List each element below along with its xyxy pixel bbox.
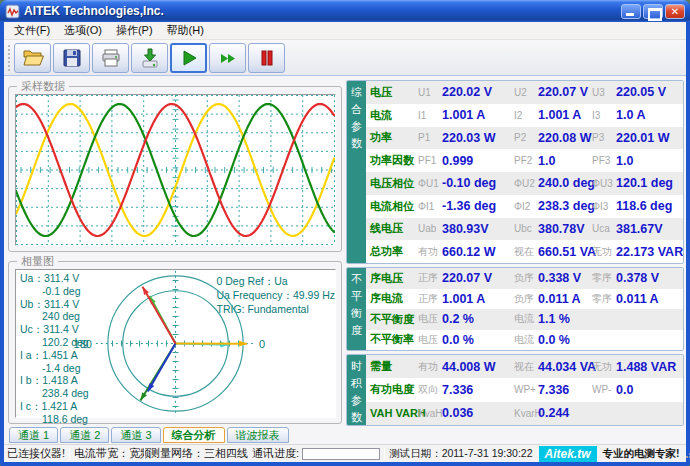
- measure-value: 44.034 VA: [538, 360, 592, 374]
- measure-row: 功率P1220.03 WP2220.08 WP3220.01 W: [366, 127, 683, 150]
- app-body: 文件(F)选项(O)操作(P)帮助(H) 采样数据 相量图 Ua：311.4 V…: [4, 22, 686, 462]
- measure-value: 0.338 V: [538, 271, 592, 285]
- measure-sub-label: 电压: [418, 312, 442, 326]
- play-button[interactable]: [170, 43, 207, 73]
- measure-sub-label: Uca: [592, 223, 616, 234]
- measure-value: 1.0 A: [616, 108, 683, 122]
- measure-sub-label: 正序: [418, 292, 442, 306]
- measure-label: VAH VARH: [370, 407, 418, 419]
- menu-bar: 文件(F)选项(O)操作(P)帮助(H): [4, 22, 686, 40]
- phasor-axis-label-180: 180: [74, 338, 92, 350]
- measure-label: 序电压: [370, 271, 418, 286]
- tab-3[interactable]: 通道 3: [111, 427, 160, 443]
- tab-5[interactable]: 谐波报表: [227, 427, 289, 443]
- measure-sub-label: ΦU3: [592, 178, 616, 189]
- channel-tabs: 通道 1通道 2通道 3综合分析谐波报表: [4, 427, 686, 444]
- phasor-arrowhead-Ib: [140, 392, 147, 400]
- phasor-plot-area: Ua：311.4 V-0.1 degUb：311.4 V240 degUc：31…: [15, 269, 336, 418]
- measure-value: 220.03 W: [442, 131, 514, 145]
- measure-sub-label: ΦU1: [418, 178, 442, 189]
- measure-value: 381.67V: [616, 222, 683, 236]
- measure-value: 0.011 A: [616, 292, 683, 306]
- status-network: 测量网络：三相四线: [149, 446, 248, 461]
- waveform-chart: [16, 95, 335, 245]
- measure-sub-label: 有功: [418, 245, 442, 259]
- measure-value: 238.3 deg: [538, 199, 592, 213]
- toolbar-grip-handle[interactable]: [8, 45, 10, 71]
- menu-item-1[interactable]: 选项(O): [57, 22, 109, 39]
- measure-label: 不平衡度: [370, 312, 418, 327]
- measure-row: 总功率有功660.12 W视在660.51 VA无功22.173 VAR: [366, 240, 683, 263]
- save-icon: [61, 48, 83, 68]
- status-bar: 已连接仪器! 电流带宽：宽频 测量网络：三相四线 通讯进度: 测试日期：2011…: [4, 444, 686, 462]
- measure-sub-label: PF3: [592, 155, 616, 166]
- measure-sub-label: 视在: [514, 360, 538, 374]
- phasor-axis-label-0: 0: [259, 338, 265, 350]
- measure-sub-label: P1: [418, 132, 442, 143]
- measure-value: 0.0 %: [538, 333, 592, 347]
- phasor-chart: 1800: [16, 270, 335, 417]
- measure-sub-label: 正序: [418, 271, 442, 285]
- measure-sub-label: 无功: [592, 245, 616, 259]
- tab-2[interactable]: 通道 2: [60, 427, 109, 443]
- measure-value: 0.0 %: [442, 333, 514, 347]
- section-title-char: 参: [347, 118, 366, 135]
- measure-value: 660.12 W: [442, 245, 514, 259]
- section-unbalance: 不平衡度序电压正序220.07 V负序0.338 V零序0.378 V序电流正序…: [346, 267, 684, 351]
- measure-sub-label: I1: [418, 110, 442, 121]
- measure-value: 220.02 V: [442, 85, 514, 99]
- measure-value: -0.10 deg: [442, 176, 514, 190]
- maximize-button[interactable]: [643, 4, 663, 19]
- section-comprehensive: 综合参数电压U1220.02 VU2220.07 VU3220.05 V电流I1…: [346, 80, 684, 264]
- status-separator: [69, 448, 70, 460]
- measure-row: 序电流正序1.001 A负序0.011 A零序0.011 A: [366, 289, 683, 310]
- measure-value: 220.08 W: [538, 131, 592, 145]
- measure-sub-label: ΦI2: [514, 201, 538, 212]
- pause-button[interactable]: [248, 43, 285, 73]
- export-button[interactable]: [131, 43, 168, 73]
- print-button[interactable]: [92, 43, 129, 73]
- section-title-unbalance: 不平衡度: [347, 268, 366, 350]
- waveform-plot-area: [15, 94, 336, 246]
- measure-label: 电流相位: [370, 199, 418, 214]
- measure-label: 线电压: [370, 221, 418, 236]
- measure-sub-label: Ubc: [514, 223, 538, 234]
- pause-icon: [256, 48, 278, 68]
- measure-row: 电压U1220.02 VU2220.07 VU3220.05 V: [366, 81, 683, 104]
- section-title-comprehensive: 综合参数: [347, 81, 366, 263]
- aitek-badge: Aitek.tw: [539, 446, 597, 462]
- menu-item-2[interactable]: 操作(P): [109, 22, 160, 39]
- section-title-char: 参: [347, 392, 366, 409]
- test-date: 测试日期：2011-7-31 19:30:22: [389, 447, 532, 461]
- measure-sub-label: PF1: [418, 155, 442, 166]
- measure-sub-label: U2: [514, 87, 538, 98]
- measure-row: 不平衡度电压0.2 %电流1.1 %: [366, 309, 683, 330]
- measure-sub-label: Uab: [418, 223, 442, 234]
- measure-row: VAH VARHKvaH0.036KvarH0.244: [366, 402, 683, 425]
- measure-label: 电压: [370, 85, 418, 100]
- measure-sub-label: WP-: [592, 384, 616, 395]
- status-separator: [144, 448, 145, 460]
- section-title-char: 衡: [347, 305, 366, 322]
- tab-4[interactable]: 综合分析: [163, 427, 225, 443]
- minimize-button[interactable]: [621, 4, 641, 19]
- section-title-char: 度: [347, 322, 366, 339]
- close-button[interactable]: ✕: [665, 4, 685, 19]
- comm-progress-bar: [302, 448, 380, 460]
- app-icon: [5, 4, 20, 19]
- open-folder-icon: [22, 48, 44, 68]
- menu-item-3[interactable]: 帮助(H): [160, 22, 211, 39]
- section-title-char: 不: [347, 271, 366, 288]
- fast-forward-button[interactable]: [209, 43, 246, 73]
- resize-grip[interactable]: [684, 448, 690, 459]
- tab-1[interactable]: 通道 1: [9, 427, 58, 443]
- measure-label: 有功电度: [370, 382, 418, 397]
- measure-sub-label: I2: [514, 110, 538, 121]
- measure-value: 0.999: [442, 154, 514, 168]
- open-folder-button[interactable]: [14, 43, 51, 73]
- measure-label: 电流: [370, 108, 418, 123]
- measure-row: 需量有功44.008 W视在44.034 VA无功1.488 VAR: [366, 355, 683, 378]
- measure-value: 0.036: [442, 406, 514, 420]
- menu-item-0[interactable]: 文件(F): [7, 22, 57, 39]
- save-button[interactable]: [53, 43, 90, 73]
